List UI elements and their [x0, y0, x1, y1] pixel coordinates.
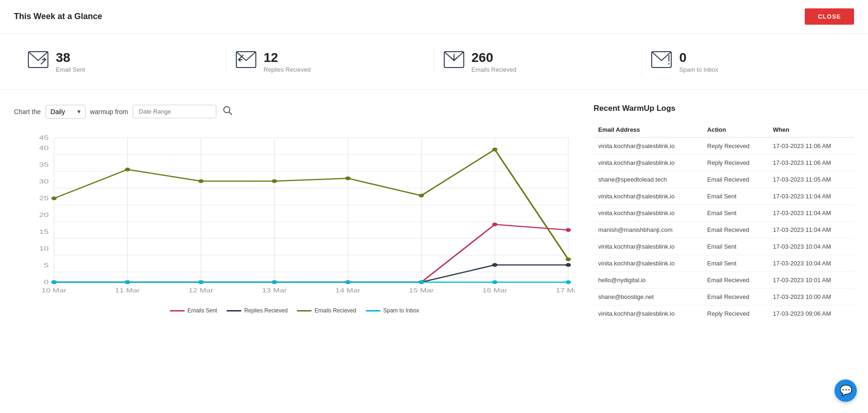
stat-info-spam: 0 Spam to Inbox [679, 50, 718, 73]
warmup-from-label: warmup from [90, 108, 128, 115]
stat-replies-received: 12 Replies Recieved [236, 50, 425, 73]
svg-text:40: 40 [39, 144, 49, 151]
svg-point-47 [51, 196, 56, 200]
cell-action: Email Recieved [702, 289, 768, 305]
svg-point-70 [566, 263, 571, 267]
svg-text:17 Mar: 17 Mar [556, 287, 575, 293]
legend-label-replies: Replies Recieved [244, 307, 287, 314]
svg-text:25: 25 [39, 195, 49, 202]
col-email-address: Email Address [594, 122, 702, 137]
legend-spam: Spam to Inbox [366, 307, 419, 314]
svg-point-53 [492, 148, 497, 151]
legend-line-spam [366, 310, 381, 311]
legend-label-spam: Spam to Inbox [383, 307, 419, 314]
cell-action: Email Sent [702, 188, 768, 205]
cell-when: 17-03-2023 09:06 AM [768, 305, 854, 322]
stat-value-emails-received: 260 [472, 50, 517, 65]
cell-email: vinita.kochhar@salesblink.io [594, 205, 702, 222]
svg-point-72 [125, 280, 130, 284]
svg-text:45: 45 [39, 134, 49, 141]
chart-select-wrapper: Daily Weekly ▼ [46, 105, 86, 119]
cell-action: Email Recieved [702, 171, 768, 188]
stat-value-email-sent: 38 [56, 50, 85, 65]
svg-text:16 Mar: 16 Mar [482, 287, 507, 293]
svg-point-61 [492, 223, 497, 226]
table-row: vinita.kochhar@salesblink.ioEmail Sent17… [594, 188, 854, 205]
table-row: vinita.kochhar@salesblink.ioReply Reciev… [594, 155, 854, 171]
stat-value-spam: 0 [679, 50, 718, 65]
col-action: Action [702, 122, 768, 137]
page-title: This Week at a Glance [14, 12, 102, 21]
chart-section: Chart the Daily Weekly ▼ warmup from [14, 104, 575, 322]
cell-action: Email Sent [702, 255, 768, 272]
close-button[interactable]: CLOSE [805, 8, 854, 25]
stat-label-replies: Replies Recieved [264, 66, 311, 73]
chart-controls: Chart the Daily Weekly ▼ warmup from [14, 104, 575, 119]
search-button[interactable] [221, 104, 234, 119]
table-row: hello@nydigital.ioEmail Recieved17-03-20… [594, 272, 854, 289]
cell-when: 17-03-2023 10:04 AM [768, 255, 854, 272]
cell-action: Email Recieved [702, 222, 768, 238]
chart-area: 0 5 10 15 20 25 30 35 40 45 10 Mar 11 Ma… [14, 129, 575, 301]
legend-line-emails-sent [170, 310, 185, 311]
line-chart: 0 5 10 15 20 25 30 35 40 45 10 Mar 11 Ma… [14, 129, 575, 301]
cell-action: Reply Recieved [702, 155, 768, 171]
legend-emails-sent: Emails Sent [170, 307, 217, 314]
svg-line-10 [229, 112, 232, 115]
svg-point-49 [198, 179, 203, 183]
legend-replies-received: Replies Recieved [227, 307, 287, 314]
svg-point-52 [419, 194, 424, 197]
main-content: Chart the Daily Weekly ▼ warmup from [0, 90, 868, 336]
svg-point-54 [566, 257, 571, 261]
stat-email-sent: 38 Email Sent [28, 50, 217, 73]
legend-line-replies [227, 310, 241, 311]
cell-email: vinita.kochhar@salesblink.io [594, 188, 702, 205]
stat-divider-1 [226, 47, 227, 75]
cell-when: 17-03-2023 10:00 AM [768, 289, 854, 305]
table-row: vinita.kochhar@salesblink.ioReply Reciev… [594, 305, 854, 322]
legend-label-emails-received: Emails Recieved [314, 307, 356, 314]
svg-text:35: 35 [39, 161, 49, 168]
svg-text:13 Mar: 13 Mar [262, 287, 287, 293]
cell-email: shane@speedtolead.tech [594, 171, 702, 188]
cell-when: 17-03-2023 11:06 AM [768, 155, 854, 171]
cell-action: Reply Recieved [702, 305, 768, 322]
svg-line-1 [41, 60, 46, 64]
cell-email: vinita.kochhar@salesblink.io [594, 155, 702, 171]
chart-legend: Emails Sent Replies Recieved Emails Reci… [14, 307, 575, 314]
svg-text:5: 5 [44, 262, 48, 269]
svg-point-78 [566, 280, 571, 284]
svg-point-8 [668, 63, 670, 65]
emails-received-icon [444, 51, 464, 72]
cell-action: Email Sent [702, 238, 768, 255]
svg-text:14 Mar: 14 Mar [335, 287, 361, 293]
svg-point-74 [272, 280, 277, 284]
logs-section: Recent WarmUp Logs Email Address Action … [594, 104, 854, 322]
svg-point-50 [272, 179, 277, 183]
cell-email: vinita.kochhar@salesblink.io [594, 238, 702, 255]
svg-point-75 [345, 280, 350, 284]
svg-text:12 Mar: 12 Mar [188, 287, 214, 293]
cell-action: Email Sent [702, 205, 768, 222]
stat-divider-2 [434, 47, 434, 75]
table-row: manish@manishbhanji.comEmail Recieved17-… [594, 222, 854, 238]
cell-email: vinita.kochhar@salesblink.io [594, 137, 702, 155]
legend-label-emails-sent: Emails Sent [187, 307, 217, 314]
date-range-input[interactable] [133, 105, 216, 118]
stat-info-emails-received: 260 Emails Recieved [472, 50, 517, 73]
svg-text:0: 0 [44, 278, 48, 285]
stats-row: 38 Email Sent 12 Replies Recieved [0, 34, 868, 90]
stat-label-email-sent: Email Sent [56, 66, 85, 73]
chart-interval-select[interactable]: Daily Weekly [46, 105, 86, 119]
logs-table-header-row: Email Address Action When [594, 122, 854, 137]
cell-email: hello@nydigital.io [594, 272, 702, 289]
stat-info-email-sent: 38 Email Sent [56, 50, 85, 73]
logs-title: Recent WarmUp Logs [594, 104, 854, 113]
stat-label-emails-received: Emails Recieved [472, 66, 517, 73]
table-row: vinita.kochhar@salesblink.ioEmail Sent17… [594, 255, 854, 272]
cell-when: 17-03-2023 11:04 AM [768, 205, 854, 222]
stat-emails-received: 260 Emails Recieved [444, 50, 633, 73]
svg-point-69 [492, 263, 497, 267]
cell-when: 17-03-2023 11:04 AM [768, 188, 854, 205]
page-header: This Week at a Glance CLOSE [0, 0, 868, 34]
